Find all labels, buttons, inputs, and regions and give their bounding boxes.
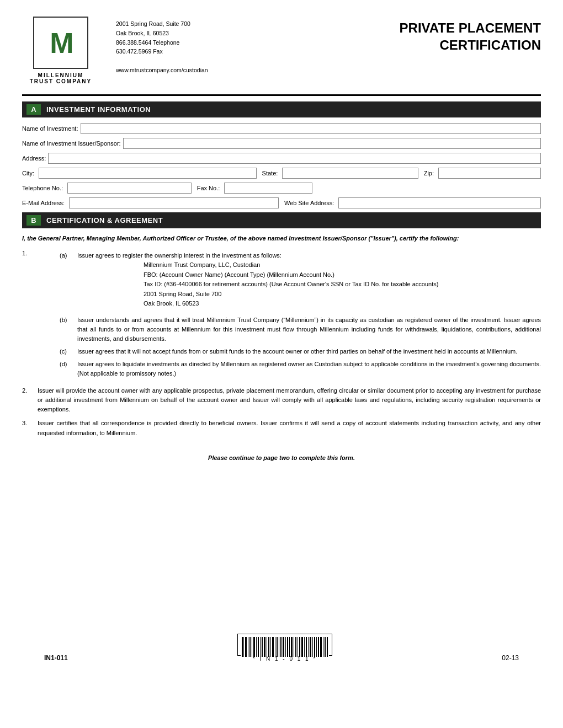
address-input[interactable] <box>48 153 541 164</box>
address-row: Address: <box>22 153 541 164</box>
svg-rect-29 <box>299 637 300 657</box>
city-group: City: <box>22 168 257 179</box>
svg-rect-28 <box>298 637 298 657</box>
sub-c-content: Issuer agrees that it will not accept fu… <box>77 347 541 356</box>
item-2-content: Issuer will provide the account owner wi… <box>38 386 541 414</box>
page-title: PRIVATE PLACEMENT CERTIFICATION <box>386 19 541 53</box>
header-address: 2001 Spring Road, Suite 700 Oak Brook, I… <box>116 17 386 75</box>
svg-rect-8 <box>256 637 257 657</box>
header-title-area: PRIVATE PLACEMENT CERTIFICATION <box>386 17 541 53</box>
svg-rect-39 <box>320 637 322 657</box>
date-code: 02-13 <box>502 654 519 662</box>
address-line1: 2001 Spring Road, Suite 700 <box>116 19 386 29</box>
name-of-issuer-input[interactable] <box>123 138 541 149</box>
sub-a-label: (a) <box>60 251 77 312</box>
fax-group: Fax No.: <box>197 183 367 194</box>
svg-rect-17 <box>275 637 275 657</box>
name-of-issuer-row: Name of Investment Issuer/Sponsor: <box>22 138 541 149</box>
sub-a-content: Issuer agrees to register the ownership … <box>77 251 541 312</box>
svg-rect-4 <box>248 637 248 657</box>
svg-rect-22 <box>285 637 286 657</box>
telephone-label: Telephone No.: <box>22 185 63 191</box>
certification-intro: I, the General Partner, Managing Member,… <box>22 234 541 243</box>
city-label: City: <box>22 170 34 176</box>
name-of-investment-label: Name of Investment: <box>22 125 78 132</box>
sub-item-c: (c) Issuer agrees that it will not accep… <box>60 347 541 356</box>
web-group: Web Site Address: <box>284 197 541 208</box>
svg-rect-5 <box>249 637 251 657</box>
web-label: Web Site Address: <box>284 200 334 206</box>
svg-rect-10 <box>260 637 261 657</box>
name-of-investment-input[interactable] <box>81 123 541 134</box>
logo-area: M MILLENNIUM TRUST COMPANY <box>22 17 99 84</box>
svg-rect-30 <box>301 637 303 657</box>
sub-item-a: (a) Issuer agrees to register the owners… <box>60 251 541 312</box>
list-item-2: 2. Issuer will provide the account owner… <box>22 386 541 414</box>
svg-rect-26 <box>294 637 294 657</box>
sub-d-label: (d) <box>60 360 77 378</box>
state-label: State: <box>262 170 278 176</box>
svg-rect-23 <box>287 637 288 657</box>
svg-rect-20 <box>280 637 282 657</box>
zip-input[interactable] <box>438 168 541 179</box>
item-1-num: 1. <box>22 249 38 382</box>
svg-rect-24 <box>289 637 290 657</box>
state-input[interactable] <box>282 168 418 179</box>
svg-rect-15 <box>270 637 271 657</box>
barcode-text: * I N 1 - 0 1 1 * <box>253 656 317 662</box>
address-label: Address: <box>22 155 46 162</box>
svg-rect-41 <box>325 637 326 657</box>
zip-label: Zip: <box>424 170 434 176</box>
svg-rect-32 <box>306 637 307 657</box>
investment-form: Name of Investment: Name of Investment I… <box>22 123 541 208</box>
email-web-row: E-Mail Address: Web Site Address: <box>22 197 541 208</box>
list-item-1: 1. (a) Issuer agrees to register the own… <box>22 249 541 382</box>
svg-rect-13 <box>267 637 267 657</box>
sub-b-label: (b) <box>60 315 77 344</box>
svg-rect-2 <box>243 637 244 657</box>
svg-rect-11 <box>262 637 263 657</box>
svg-rect-12 <box>264 637 265 657</box>
name-of-investment-row: Name of Investment: <box>22 123 541 134</box>
sub-item-b: (b) Issuer understands and agrees that i… <box>60 315 541 344</box>
sub-c-label: (c) <box>60 347 77 356</box>
company-name-line2: TRUST COMPANY <box>30 78 92 84</box>
item-3-num: 3. <box>22 419 38 437</box>
name-of-issuer-label: Name of Investment Issuer/Sponsor: <box>22 140 121 147</box>
sub-list-1: (a) Issuer agrees to register the owners… <box>60 251 541 378</box>
sub-item-d: (d) Issuer agrees to liquidate investmen… <box>60 360 541 378</box>
barcode-svg <box>241 636 329 658</box>
telephone: 866.388.5464 Telephone <box>116 38 386 47</box>
svg-rect-21 <box>283 637 284 657</box>
section-b-letter: B <box>26 215 41 226</box>
email-input[interactable] <box>69 197 279 208</box>
svg-rect-35 <box>312 637 313 657</box>
section-b-header: B CERTIFICATION & AGREEMENT <box>22 212 541 228</box>
form-code: IN1-011 <box>44 654 68 662</box>
section-b-title: CERTIFICATION & AGREEMENT <box>46 216 163 224</box>
section-a-title: INVESTMENT INFORMATION <box>46 105 151 114</box>
email-label: E-Mail Address: <box>22 200 65 206</box>
company-logo: M <box>33 17 88 69</box>
telephone-group: Telephone No.: <box>22 183 192 194</box>
header-divider <box>22 94 541 96</box>
svg-rect-19 <box>279 637 279 657</box>
telephone-input[interactable] <box>67 183 192 194</box>
svg-rect-37 <box>316 637 317 657</box>
svg-rect-9 <box>258 637 259 657</box>
barcode-image <box>237 634 332 656</box>
svg-rect-33 <box>308 637 309 657</box>
logo-m-letter: M <box>50 29 71 57</box>
email-group: E-Mail Address: <box>22 197 279 208</box>
svg-rect-14 <box>268 637 269 657</box>
fax-input[interactable] <box>224 183 312 194</box>
address-block-line3: Tax ID: (#36-4400066 for retirement acco… <box>144 280 541 290</box>
city-state-zip-row: City: State: Zip: <box>22 168 541 179</box>
section-a-header: A INVESTMENT INFORMATION <box>22 101 541 117</box>
item-3-content: Issuer certifies that all correspondence… <box>38 419 541 437</box>
web-input[interactable] <box>338 197 541 208</box>
section-a-letter: A <box>26 104 41 115</box>
svg-rect-25 <box>291 637 293 657</box>
address-line2: Oak Brook, IL 60523 <box>116 29 386 38</box>
city-input[interactable] <box>39 168 257 179</box>
